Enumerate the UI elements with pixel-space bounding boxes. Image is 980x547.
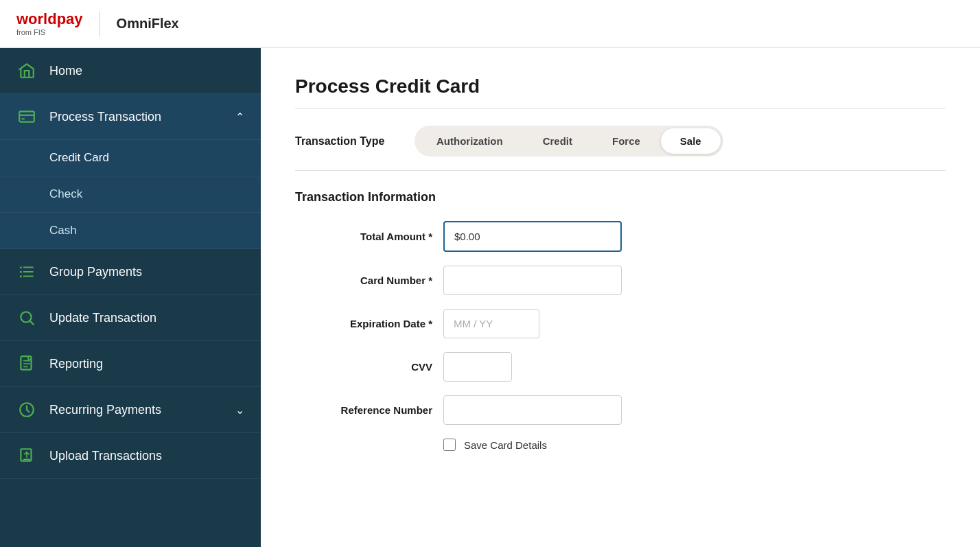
transaction-type-options: Authorization Credit Force Sale: [415, 126, 723, 156]
input-card-number[interactable]: [443, 266, 622, 295]
sidebar-item-update-transaction[interactable]: Update Transaction: [0, 295, 261, 341]
worldpay-logo: worldpay from FIS: [16, 11, 83, 36]
content-area: Process Credit Card Transaction Type Aut…: [261, 48, 980, 547]
svg-line-9: [30, 321, 34, 325]
sidebar-item-home-label: Home: [49, 64, 82, 78]
list-icon: [16, 261, 37, 282]
input-reference-number[interactable]: [443, 395, 622, 425]
input-cvv[interactable]: [443, 352, 512, 382]
svg-rect-0: [19, 111, 34, 121]
save-card-label[interactable]: Save Card Details: [464, 439, 547, 451]
sidebar-item-upload-transactions[interactable]: Upload Transactions: [0, 433, 261, 479]
label-reference-number: Reference Number: [295, 404, 432, 416]
sidebar-item-recurring-payments[interactable]: Recurring Payments ⌄: [0, 387, 261, 433]
sidebar-submenu-process: Credit Card Check Cash: [0, 140, 261, 249]
label-card-number: Card Number *: [295, 275, 432, 286]
transaction-type-credit[interactable]: Credit: [524, 128, 592, 154]
form-row-expiration-date: Expiration Date *: [295, 309, 946, 338]
sidebar-subitem-check[interactable]: Check: [0, 176, 261, 213]
home-icon: [16, 60, 37, 81]
form-row-reference-number: Reference Number: [295, 395, 946, 425]
card-icon: [16, 106, 37, 127]
transaction-type-authorization[interactable]: Authorization: [417, 128, 522, 154]
label-cvv: CVV: [295, 361, 432, 373]
header: worldpay from FIS OmniFlex: [0, 0, 980, 48]
sidebar-subitem-cash-label: Cash: [49, 224, 77, 237]
label-total-amount: Total Amount *: [295, 231, 432, 242]
upload-icon: [16, 445, 37, 466]
sidebar-item-upload-transactions-label: Upload Transactions: [49, 449, 162, 463]
worldpay-text: worldpay: [16, 11, 83, 27]
main-layout: Home Process Transaction ⌃ Credit Card C…: [0, 48, 980, 547]
sidebar-item-group-payments-label: Group Payments: [49, 265, 142, 279]
logo-divider: [100, 12, 100, 36]
form-row-cvv: CVV: [295, 352, 946, 382]
transaction-type-label: Transaction Type: [295, 135, 398, 148]
page-title: Process Credit Card: [295, 75, 946, 109]
form-row-total-amount: Total Amount *: [295, 221, 946, 252]
sidebar-item-group-payments[interactable]: Group Payments: [0, 249, 261, 295]
sidebar-subitem-cash[interactable]: Cash: [0, 213, 261, 249]
svg-rect-1: [21, 118, 24, 119]
sidebar: Home Process Transaction ⌃ Credit Card C…: [0, 48, 261, 547]
transaction-type-sale[interactable]: Sale: [661, 128, 721, 154]
chevron-down-icon: ⌄: [235, 404, 244, 417]
input-expiration-date[interactable]: [443, 309, 539, 338]
transaction-type-force[interactable]: Force: [593, 128, 660, 154]
form-row-card-number: Card Number *: [295, 266, 946, 295]
sidebar-item-process-transaction-label: Process Transaction: [49, 110, 161, 124]
document-icon: [16, 353, 37, 374]
logo-container: worldpay from FIS OmniFlex: [16, 11, 179, 36]
label-expiration-date: Expiration Date *: [295, 318, 432, 329]
sidebar-item-reporting-label: Reporting: [49, 357, 103, 371]
sidebar-subitem-check-label: Check: [49, 187, 82, 201]
input-total-amount[interactable]: [443, 221, 622, 252]
sidebar-item-process-transaction[interactable]: Process Transaction ⌃: [0, 94, 261, 140]
sidebar-item-update-transaction-label: Update Transaction: [49, 311, 156, 325]
sidebar-item-recurring-payments-label: Recurring Payments: [49, 403, 161, 417]
clock-icon: [16, 399, 37, 420]
save-card-checkbox[interactable]: [443, 439, 456, 451]
sidebar-item-reporting[interactable]: Reporting: [0, 341, 261, 387]
svg-rect-10: [21, 356, 31, 370]
transaction-type-section: Transaction Type Authorization Credit Fo…: [295, 126, 946, 171]
search-icon: [16, 307, 37, 328]
sidebar-item-home[interactable]: Home: [0, 48, 261, 94]
chevron-up-icon: ⌃: [235, 110, 244, 124]
sidebar-subitem-credit-card[interactable]: Credit Card: [0, 140, 261, 176]
from-fis-text: from FIS: [16, 28, 83, 36]
transaction-info-title: Transaction Information: [295, 190, 946, 205]
worldpay-brand: worldpay: [16, 10, 83, 27]
sidebar-subitem-credit-card-label: Credit Card: [49, 151, 109, 165]
omniflex-label: OmniFlex: [117, 16, 179, 32]
save-card-row: Save Card Details: [295, 439, 946, 451]
